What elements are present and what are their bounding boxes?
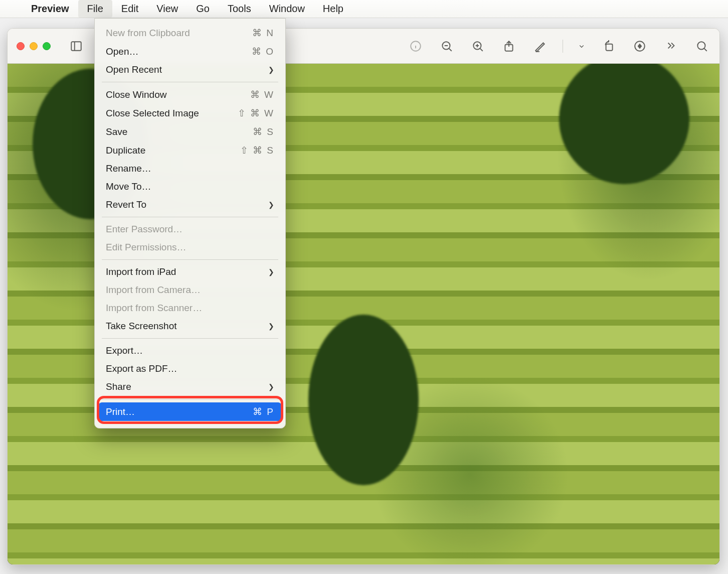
submenu-arrow-icon: ❯ bbox=[268, 322, 274, 330]
share-icon[interactable] bbox=[500, 38, 517, 55]
menu-item-open[interactable]: Open…⌘ O bbox=[95, 42, 285, 61]
menu-item-revert-to[interactable]: Revert To❯ bbox=[95, 196, 285, 214]
menu-item-label: Export… bbox=[106, 345, 143, 356]
menu-item-enter-password: Enter Password… bbox=[95, 220, 285, 238]
menu-item-move-to[interactable]: Move To… bbox=[95, 178, 285, 196]
svg-line-6 bbox=[449, 48, 451, 51]
menu-separator bbox=[102, 217, 278, 217]
menu-item-label: New from Clipboard bbox=[106, 28, 190, 39]
toolbar-separator bbox=[563, 40, 563, 53]
menu-separator bbox=[102, 82, 278, 82]
menu-item-label: Print… bbox=[106, 406, 135, 417]
menu-item-save[interactable]: Save⌘ S bbox=[95, 122, 285, 141]
menu-item-share[interactable]: Share❯ bbox=[95, 378, 285, 396]
svg-rect-0 bbox=[71, 42, 81, 50]
file-menu-dropdown: New from Clipboard⌘ NOpen…⌘ OOpen Recent… bbox=[94, 18, 286, 428]
menu-separator bbox=[102, 399, 278, 399]
rotate-icon[interactable] bbox=[600, 38, 617, 55]
menu-view[interactable]: View bbox=[147, 0, 187, 18]
markup-icon[interactable] bbox=[531, 38, 549, 55]
menu-item-label: Move To… bbox=[106, 181, 151, 192]
menu-item-print[interactable]: Print…⌘ P bbox=[99, 402, 281, 421]
menu-item-export[interactable]: Export… bbox=[95, 342, 285, 360]
menu-item-export-as-pdf[interactable]: Export as PDF… bbox=[95, 360, 285, 378]
traffic-lights bbox=[17, 42, 51, 50]
menu-item-label: Import from Camera… bbox=[106, 284, 201, 296]
info-icon[interactable] bbox=[407, 38, 424, 55]
menu-shortcut: ⌘ W bbox=[250, 89, 274, 100]
menu-separator bbox=[102, 259, 278, 260]
app-menu[interactable]: Preview bbox=[22, 0, 78, 18]
submenu-arrow-icon: ❯ bbox=[268, 201, 274, 209]
menu-item-rename[interactable]: Rename… bbox=[95, 160, 285, 178]
highlight-icon[interactable] bbox=[631, 38, 648, 55]
svg-line-9 bbox=[480, 48, 482, 51]
menu-item-close-selected-image[interactable]: Close Selected Image⇧ ⌘ W bbox=[95, 104, 285, 122]
menu-item-label: Rename… bbox=[106, 163, 151, 174]
svg-line-18 bbox=[704, 48, 706, 51]
menu-window[interactable]: Window bbox=[260, 0, 314, 18]
submenu-arrow-icon: ❯ bbox=[268, 66, 274, 74]
menubar: Preview File Edit View Go Tools Window H… bbox=[0, 0, 728, 18]
menu-help[interactable]: Help bbox=[314, 0, 352, 18]
menu-item-label: Edit Permissions… bbox=[106, 242, 187, 253]
menu-item-close-window[interactable]: Close Window⌘ W bbox=[95, 85, 285, 104]
menu-item-label: Close Selected Image bbox=[106, 108, 199, 119]
overflow-icon[interactable] bbox=[662, 38, 679, 55]
menu-item-new-from-clipboard: New from Clipboard⌘ N bbox=[95, 24, 285, 42]
menu-item-label: Close Window bbox=[106, 89, 166, 100]
menu-item-import-from-ipad[interactable]: Import from iPad❯ bbox=[95, 263, 285, 281]
menu-file[interactable]: File bbox=[78, 0, 112, 18]
menu-item-import-from-camera: Import from Camera… bbox=[95, 281, 285, 299]
close-window-button[interactable] bbox=[17, 42, 25, 50]
svg-rect-15 bbox=[606, 44, 613, 50]
menu-shortcut: ⌘ S bbox=[253, 126, 274, 137]
menu-item-label: Revert To bbox=[106, 199, 146, 210]
markup-dropdown-icon[interactable] bbox=[577, 38, 586, 55]
menu-separator bbox=[102, 338, 278, 339]
zoom-window-button[interactable] bbox=[43, 42, 51, 50]
menu-shortcut: ⌘ O bbox=[252, 46, 274, 57]
menu-item-label: Import from iPad bbox=[106, 266, 176, 277]
menu-item-label: Take Screenshot bbox=[106, 321, 177, 332]
menu-tools[interactable]: Tools bbox=[219, 0, 260, 18]
menu-item-import-from-scanner: Import from Scanner… bbox=[95, 299, 285, 317]
menu-item-label: Open Recent bbox=[106, 64, 162, 75]
menu-shortcut: ⇧ ⌘ S bbox=[240, 145, 274, 156]
submenu-arrow-icon: ❯ bbox=[268, 383, 274, 391]
minimize-window-button[interactable] bbox=[30, 42, 38, 50]
menu-item-label: Open… bbox=[106, 46, 138, 57]
submenu-arrow-icon: ❯ bbox=[268, 268, 274, 276]
zoom-out-icon[interactable] bbox=[438, 38, 455, 55]
menu-item-duplicate[interactable]: Duplicate⇧ ⌘ S bbox=[95, 141, 285, 160]
sidebar-icon[interactable] bbox=[68, 38, 85, 55]
menu-item-label: Export as PDF… bbox=[106, 363, 177, 374]
menu-item-take-screenshot[interactable]: Take Screenshot❯ bbox=[95, 317, 285, 335]
search-icon[interactable] bbox=[693, 38, 710, 55]
menu-item-edit-permissions: Edit Permissions… bbox=[95, 238, 285, 256]
zoom-in-icon[interactable] bbox=[469, 38, 486, 55]
menu-item-label: Duplicate bbox=[106, 145, 145, 156]
menu-go[interactable]: Go bbox=[187, 0, 219, 18]
menu-item-label: Import from Scanner… bbox=[106, 303, 202, 314]
svg-point-17 bbox=[697, 42, 705, 49]
menu-edit[interactable]: Edit bbox=[112, 0, 147, 18]
menu-item-label: Share bbox=[106, 381, 131, 392]
menu-item-label: Enter Password… bbox=[106, 224, 183, 235]
menu-shortcut: ⇧ ⌘ W bbox=[238, 107, 275, 119]
menu-item-label: Save bbox=[106, 126, 127, 137]
menu-shortcut: ⌘ N bbox=[252, 27, 274, 39]
menu-item-open-recent[interactable]: Open Recent❯ bbox=[95, 61, 285, 79]
menu-shortcut: ⌘ P bbox=[253, 406, 274, 417]
